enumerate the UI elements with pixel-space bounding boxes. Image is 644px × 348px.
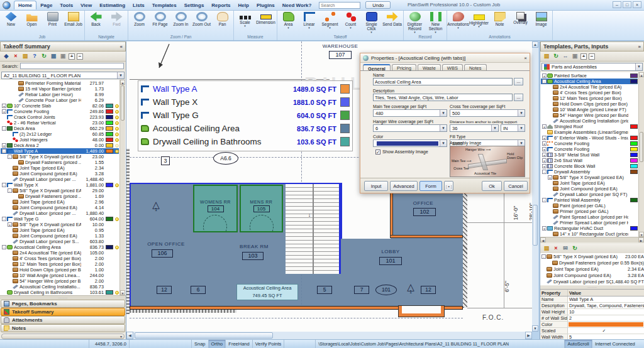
takeoff-tree-row[interactable]: + Deck Area 2 0.00: [1, 143, 119, 148]
tree-expander-icon[interactable]: [541, 280, 546, 284]
dialog-tab[interactable]: Pricing: [392, 64, 416, 70]
menu-item[interactable]: Page: [36, 1, 56, 9]
copy-icon[interactable]: ▣: [571, 53, 579, 60]
tree-expander-icon[interactable]: [2, 115, 6, 119]
tree-expander-icon[interactable]: [548, 209, 552, 214]
cancel-button[interactable]: Cancel: [504, 181, 528, 191]
mode-toggle[interactable]: Snap: [192, 340, 209, 348]
takeoff-tree-row[interactable]: - 5/8" Type X Drywall (priced EA) 23.00: [1, 154, 119, 160]
tree-expander-icon[interactable]: [8, 234, 12, 238]
menu-item[interactable]: Help: [235, 1, 253, 9]
refresh-icon[interactable]: ↻: [40, 53, 48, 60]
scroll-up-icon[interactable]: ▲: [532, 41, 538, 48]
visibility-bulb-icon[interactable]: [115, 127, 119, 131]
tree-expander-icon[interactable]: [8, 171, 12, 176]
ribbon-button[interactable]: Linear▾: [299, 11, 319, 33]
template-tree-row[interactable]: + Shingled Roof: [541, 124, 638, 129]
takeoff-tree-row[interactable]: Drywall Labor (priced per S... 603.80: [1, 239, 119, 244]
visibility-bulb-icon[interactable]: [115, 121, 119, 125]
ribbon-button[interactable]: Back▾: [86, 11, 106, 33]
takeoff-tree-row[interactable]: - Deck Area 662.29: [1, 126, 119, 131]
tree-expander-icon[interactable]: [542, 130, 547, 134]
takeoff-tree-row[interactable]: Joint Compound (priced EA) 4.14: [1, 205, 119, 210]
tree-expander-icon[interactable]: [541, 267, 546, 271]
tree-expander-icon[interactable]: -: [542, 170, 547, 174]
takeoff-tree-row[interactable]: - 5/8" Type X Drywall (priced EA) 29.00: [1, 188, 119, 193]
takeoff-tree-row[interactable]: 4' Cross Tees (priced per Box) 2.00: [1, 256, 119, 261]
advanced-button[interactable]: Advanced: [390, 181, 418, 191]
tree-expander-icon[interactable]: -: [2, 149, 6, 153]
menu-item[interactable]: Plugins: [253, 1, 279, 9]
visibility-bulb-icon[interactable]: [115, 104, 119, 108]
template-tree-row[interactable]: 4' Cross Tees (priced per Box): [541, 90, 638, 95]
scroll-up-icon[interactable]: ▲: [120, 80, 125, 85]
menu-item[interactable]: Templates: [148, 1, 180, 9]
close-button[interactable]: ×: [633, 1, 641, 8]
tree-expander-icon[interactable]: [8, 268, 12, 272]
tree-expander-icon[interactable]: [13, 81, 18, 85]
template-tree-row[interactable]: Hold Down Clips (priced per Box): [541, 101, 638, 107]
tree-expander-icon[interactable]: [548, 107, 552, 112]
template-tree-row[interactable]: + 3-5/8" Metal Stud Wall: [541, 152, 638, 158]
tree-expander-icon[interactable]: +: [542, 136, 547, 140]
tree-expander-icon[interactable]: [548, 232, 552, 236]
dialog-title-bar[interactable]: Properties - [Acoustical Ceiling (with t…: [360, 53, 530, 63]
description-field[interactable]: Tiles, Tees, Wall Angle, Clips, Wire, La…: [373, 94, 513, 101]
scroll-left-icon[interactable]: ◀: [126, 332, 133, 339]
tree-expander-icon[interactable]: [8, 211, 12, 215]
template-tree-row[interactable]: + 5/8" Type X Drywall (priced EA): [541, 175, 638, 180]
tree-expander-icon[interactable]: [13, 160, 18, 165]
mode-toggle[interactable]: FreeHand: [226, 340, 252, 348]
anchor-distance-unit-combo[interactable]: IN▼: [501, 124, 525, 132]
maximize-button[interactable]: □: [623, 1, 631, 8]
color-swatch[interactable]: [106, 143, 113, 148]
name-field[interactable]: Acoustical Ceiling Area: [373, 78, 513, 85]
color-swatch[interactable]: [106, 217, 113, 221]
tree-expander-icon[interactable]: [13, 98, 18, 102]
template-tree-row[interactable]: Example Assemblies (Linear/Segment Takeo…: [541, 129, 638, 135]
tree-expander-icon[interactable]: -: [542, 79, 547, 84]
takeoff-tree-row[interactable]: Rebar Labor (per Hour) 8.99: [1, 92, 119, 97]
filmstrip-button[interactable]: ⋮▪⋮: [444, 181, 453, 191]
menu-item[interactable]: View: [77, 1, 96, 9]
scroll-right-icon[interactable]: ▶: [638, 237, 644, 242]
menu-item[interactable]: Home: [14, 1, 36, 9]
template-tree-row[interactable]: - Acoustical Ceiling Area: [541, 79, 638, 84]
tree-expander-icon[interactable]: [548, 204, 552, 208]
tree-expander-icon[interactable]: +: [542, 226, 547, 231]
tree-expander-icon[interactable]: [541, 273, 546, 278]
tree-expander-icon[interactable]: -: [2, 245, 6, 249]
takeoff-tree-row[interactable]: Drywall Labor (priced per ... 1,880.40: [1, 210, 119, 216]
color-swatch[interactable]: [630, 226, 638, 231]
ribbon-button[interactable]: Zoom Out▾: [191, 11, 212, 33]
tree-expander-icon[interactable]: [8, 262, 12, 266]
menu-item[interactable]: Reports: [208, 1, 234, 9]
property-value[interactable]: ✓ Drywall, Tape, Compound, Fasteners, La…: [568, 303, 644, 308]
takeoff-tree-row[interactable]: Joint Compound (priced EA) 3.28: [1, 171, 119, 177]
takeoff-tree-row[interactable]: - Wall Type X 1,881.00: [1, 182, 119, 188]
tree-expander-icon[interactable]: [8, 166, 12, 170]
ribbon-button[interactable]: New▾: [1, 11, 21, 33]
name-more-button[interactable]: ...: [514, 78, 523, 85]
form-button[interactable]: Form: [419, 181, 442, 191]
scroll-down-icon[interactable]: ▼: [639, 232, 644, 237]
tree-expander-icon[interactable]: -: [8, 188, 12, 193]
tree-expander-icon[interactable]: [547, 261, 552, 265]
color-swatch[interactable]: [630, 79, 638, 84]
scroll-right-icon[interactable]: ▶: [525, 332, 532, 339]
collapse-panel-icon[interactable]: »: [638, 44, 641, 50]
color-swatch[interactable]: [106, 149, 113, 153]
template-tree-row[interactable]: 14" x 10" Rectangular Duct (priced p: [541, 231, 638, 237]
color-swatch[interactable]: [106, 290, 113, 295]
delete-icon[interactable]: ×: [552, 245, 560, 253]
property-row[interactable]: Description ✓ Drywall, Tape, Compound, F…: [540, 303, 644, 309]
ribbon-button[interactable]: Fwd▾: [106, 11, 127, 33]
color-swatch[interactable]: [106, 126, 113, 131]
menu-item[interactable]: Tools: [56, 1, 77, 9]
template-tree-row[interactable]: Primer Spread Labor (priced per Hour): [541, 220, 638, 226]
takeoff-tree-row[interactable]: Drywall Fasteners (priced ... 1.55: [1, 160, 119, 165]
tree-expander-icon[interactable]: [2, 121, 6, 125]
template-tree-row[interactable]: + Concrete Footing: [541, 146, 638, 152]
takeoff-tree-row[interactable]: Perimeter Forming Material ... 271.97: [1, 80, 119, 86]
plan-horizontal-scrollbar[interactable]: ◀ ▶: [126, 332, 532, 339]
